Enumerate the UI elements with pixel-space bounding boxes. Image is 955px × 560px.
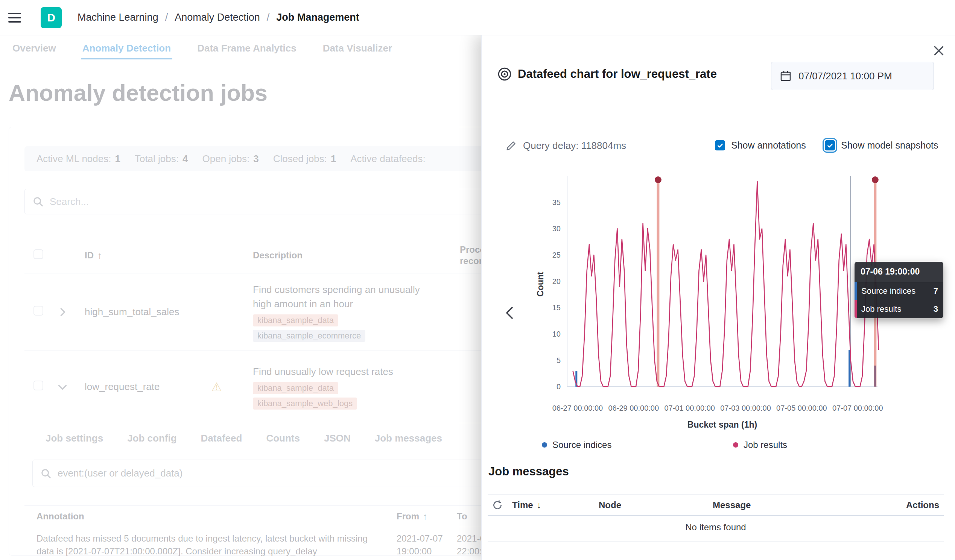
previous-chart-button[interactable] bbox=[504, 305, 516, 322]
breadcrumb-item-job-management: Job Management bbox=[276, 12, 359, 23]
y-axis-tick-label: 5 bbox=[534, 355, 560, 366]
edit-icon bbox=[506, 141, 516, 151]
legend-label: Job results bbox=[744, 440, 787, 450]
checkbox-checked-icon bbox=[715, 140, 725, 150]
x-axis-tick-label: 07-05 00:00:00 bbox=[771, 404, 831, 413]
breadcrumb-separator: / bbox=[165, 12, 168, 23]
breadcrumb-separator: / bbox=[267, 12, 270, 23]
tooltip-header: 07-06 19:00:00 bbox=[855, 262, 943, 282]
y-axis-tick-label: 20 bbox=[534, 276, 560, 287]
sort-desc-icon: ↓ bbox=[537, 500, 542, 510]
legend-item-job-results[interactable]: Job results bbox=[733, 440, 787, 450]
table-bottom-border bbox=[488, 541, 944, 542]
refresh-button[interactable] bbox=[488, 500, 512, 510]
calendar-icon bbox=[780, 70, 792, 82]
x-axis-tick-label: 07-03 00:00:00 bbox=[716, 404, 776, 413]
job-messages-table-header: Time↓ Node Message Actions bbox=[488, 494, 944, 516]
tooltip-row: Job results 3 bbox=[855, 300, 943, 318]
checkbox-label: Show model snapshots bbox=[841, 140, 938, 151]
tooltip-series-label: Source indices bbox=[857, 282, 930, 300]
column-header-label: Time bbox=[512, 500, 533, 510]
breadcrumb-item-machine-learning[interactable]: Machine Learning bbox=[78, 12, 158, 23]
legend-swatch bbox=[733, 442, 738, 447]
show-annotations-checkbox[interactable]: Show annotations bbox=[715, 140, 806, 151]
legend-label: Source indices bbox=[553, 440, 611, 450]
tooltip-row: Source indices 7 bbox=[855, 282, 943, 300]
chart-tooltip: 07-06 19:00:00 Source indices 7 Job resu… bbox=[855, 262, 943, 318]
datepicker-value: 07/07/2021 10:00 PM bbox=[798, 70, 892, 82]
datafeed-chart-icon bbox=[498, 67, 512, 81]
kibana-ml-app: D Machine Learning / Anomaly Detection /… bbox=[0, 0, 955, 560]
legend-swatch bbox=[542, 442, 547, 447]
close-icon bbox=[932, 44, 945, 57]
refresh-icon bbox=[492, 500, 503, 510]
y-axis-tick-label: 15 bbox=[534, 302, 560, 313]
flyout-title: Datafeed chart for low_request_rate bbox=[518, 67, 717, 81]
flyout-header: Datafeed chart for low_request_rate bbox=[498, 67, 717, 81]
x-axis-title: Bucket span (1h) bbox=[567, 420, 877, 430]
checkbox-label: Show annotations bbox=[731, 140, 806, 151]
breadcrumb-item-anomaly-detection[interactable]: Anomaly Detection bbox=[175, 12, 260, 23]
job-messages-title: Job messages bbox=[488, 465, 569, 479]
legend-item-source-indices[interactable]: Source indices bbox=[542, 440, 611, 450]
column-header-node: Node bbox=[599, 500, 713, 510]
show-model-snapshots-checkbox[interactable]: Show model snapshots bbox=[825, 140, 938, 151]
y-axis-tick-label: 35 bbox=[534, 197, 560, 208]
empty-table-message: No items found bbox=[488, 522, 944, 533]
space-avatar[interactable]: D bbox=[41, 7, 62, 28]
y-axis-tick-label: 25 bbox=[534, 249, 560, 261]
x-axis-tick-label: 07-07 00:00:00 bbox=[827, 404, 888, 413]
checkbox-checked-icon bbox=[825, 140, 835, 150]
x-axis-tick-label: 06-27 00:00:00 bbox=[548, 404, 608, 413]
tooltip-series-label: Job results bbox=[857, 300, 930, 318]
x-axis-tick-label: 06-29 00:00:00 bbox=[604, 404, 664, 413]
close-flyout-button[interactable] bbox=[932, 44, 945, 58]
tooltip-series-value: 7 bbox=[930, 282, 943, 300]
datepicker[interactable]: 07/07/2021 10:00 PM bbox=[771, 62, 934, 90]
x-axis-tick-label: 07-01 00:00:00 bbox=[660, 404, 720, 413]
y-axis-tick-label: 0 bbox=[534, 381, 560, 392]
y-axis-tick-label: 10 bbox=[534, 328, 560, 339]
chart-plot-area[interactable] bbox=[567, 176, 877, 386]
query-delay-label: Query delay: 118804ms bbox=[523, 140, 626, 152]
flyout-divider bbox=[482, 116, 955, 116]
y-axis-tick-label: 30 bbox=[534, 223, 560, 234]
column-header-message: Message bbox=[713, 500, 906, 510]
datafeed-chart: Count 05101520253035 06-27 00:00:0006-29… bbox=[482, 167, 955, 441]
query-delay-control[interactable]: Query delay: 118804ms bbox=[506, 140, 626, 152]
tooltip-series-value: 3 bbox=[930, 300, 943, 318]
breadcrumb: Machine Learning / Anomaly Detection / J… bbox=[78, 12, 359, 23]
datafeed-chart-flyout: Datafeed chart for low_request_rate 07/0… bbox=[481, 35, 955, 560]
column-header-time[interactable]: Time↓ bbox=[512, 500, 599, 510]
column-header-actions: Actions bbox=[906, 500, 944, 510]
menu-button[interactable] bbox=[8, 9, 26, 26]
chevron-left-icon bbox=[504, 305, 516, 321]
app-header: D Machine Learning / Anomaly Detection /… bbox=[0, 0, 955, 35]
